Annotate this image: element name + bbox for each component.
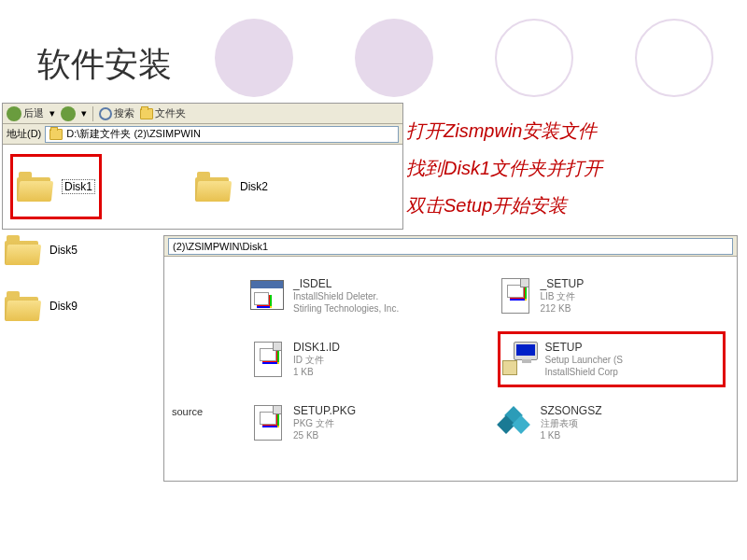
file-setup-lib[interactable]: _SETUP LIB 文件 212 KB (498, 268, 726, 324)
folder-disk5[interactable]: Disk5 (5, 235, 78, 265)
folder-icon (140, 108, 153, 119)
separator (92, 106, 93, 121)
file-setuppkg[interactable]: SETUP.PKG PKG 文件 25 KB (250, 395, 479, 451)
folder-disk9[interactable]: Disk9 (5, 291, 78, 321)
folder-icon (49, 129, 63, 140)
toolbar: 后退 ▾ ▾ 搜索 文件夹 (3, 104, 402, 124)
folder-disk1[interactable]: Disk1 (10, 154, 102, 219)
address-bar-2: (2)\ZSIMPWIN\Disk1 (164, 236, 737, 257)
left-folder-column: Disk5 Disk9 (5, 235, 78, 321)
folder-label: Disk9 (49, 300, 78, 313)
folder-disk2[interactable]: Disk2 (195, 154, 268, 219)
window-icon (250, 276, 286, 315)
address-bar: 地址(D) D:\新建文件夹 (2)\ZSIMPWIN (3, 124, 402, 145)
explorer-window-2: (2)\ZSIMPWIN\Disk1 source _ISDEL Install… (163, 235, 738, 482)
document-icon (250, 403, 286, 442)
slide-title: 软件安装 (37, 42, 172, 88)
back-button[interactable]: 后退 (7, 106, 44, 121)
file-setup[interactable]: SETUP Setup Launcher (S InstallShield Co… (498, 331, 726, 387)
document-icon (250, 340, 286, 379)
instruction-line-3: 双击Setup开始安装 (406, 187, 602, 224)
setup-icon (502, 340, 538, 379)
folders-button[interactable]: 文件夹 (140, 106, 186, 120)
left-panel: source (172, 264, 247, 473)
folder-label: Disk1 (62, 179, 95, 194)
address-path: D:\新建文件夹 (2)\ZSIMPWIN (66, 127, 201, 141)
search-icon (99, 107, 112, 120)
search-button[interactable]: 搜索 (99, 106, 134, 120)
folder-icon (5, 235, 42, 265)
source-label: source (172, 406, 203, 417)
file-text: SZSONGSZ 注册表项 1 KB (541, 404, 602, 441)
file-text: _ISDEL InstallShield Deleter. Stirling T… (293, 277, 399, 315)
file-disk1id[interactable]: DISK1.ID ID 文件 1 KB (250, 331, 479, 387)
file-text: DISK1.ID ID 文件 1 KB (293, 341, 340, 378)
address-input[interactable]: D:\新建文件夹 (2)\ZSIMPWIN (45, 126, 399, 143)
folder-label: Disk2 (240, 180, 268, 193)
file-grid: _ISDEL InstallShield Deleter. Stirling T… (247, 264, 729, 473)
back-label: 后退 (23, 106, 44, 120)
circle-2 (355, 19, 433, 97)
back-icon (7, 106, 21, 121)
address-input-2[interactable]: (2)\ZSIMPWIN\Disk1 (168, 238, 733, 255)
document-icon (498, 276, 533, 315)
folder-icon (5, 291, 42, 321)
file-text: SETUP.PKG PKG 文件 25 KB (293, 404, 356, 441)
dropdown-icon[interactable]: ▾ (49, 107, 55, 119)
folder-label: Disk5 (49, 244, 78, 257)
file-text: _SETUP LIB 文件 212 KB (541, 277, 585, 315)
instruction-line-1: 打开Zismpwin安装文件 (406, 112, 602, 149)
folder-pane: Disk1 Disk2 (3, 145, 402, 229)
circle-1 (215, 19, 293, 97)
folders-label: 文件夹 (155, 106, 186, 120)
address-path-2: (2)\ZSIMPWIN\Disk1 (173, 241, 268, 252)
circle-3 (495, 19, 573, 97)
address-label: 地址(D) (7, 127, 41, 141)
circle-4 (635, 19, 713, 97)
forward-icon[interactable] (61, 106, 76, 121)
file-szsongsz[interactable]: SZSONGSZ 注册表项 1 KB (498, 395, 726, 451)
instruction-text: 打开Zismpwin安装文件 找到Disk1文件夹并打开 双击Setup开始安装 (406, 112, 602, 224)
dropdown-icon[interactable]: ▾ (81, 107, 87, 119)
folder-icon (17, 172, 54, 202)
instruction-line-2: 找到Disk1文件夹并打开 (406, 149, 602, 187)
registry-icon (498, 403, 533, 442)
folder-icon (195, 172, 233, 202)
file-isdel[interactable]: _ISDEL InstallShield Deleter. Stirling T… (250, 268, 479, 324)
search-label: 搜索 (114, 106, 134, 120)
file-pane: source _ISDEL InstallShield Deleter. Sti… (164, 257, 737, 481)
explorer-window-1: 后退 ▾ ▾ 搜索 文件夹 地址(D) D:\新建文件夹 (2)\ZSIMPWI… (2, 103, 403, 230)
file-text: SETUP Setup Launcher (S InstallShield Co… (545, 341, 623, 378)
